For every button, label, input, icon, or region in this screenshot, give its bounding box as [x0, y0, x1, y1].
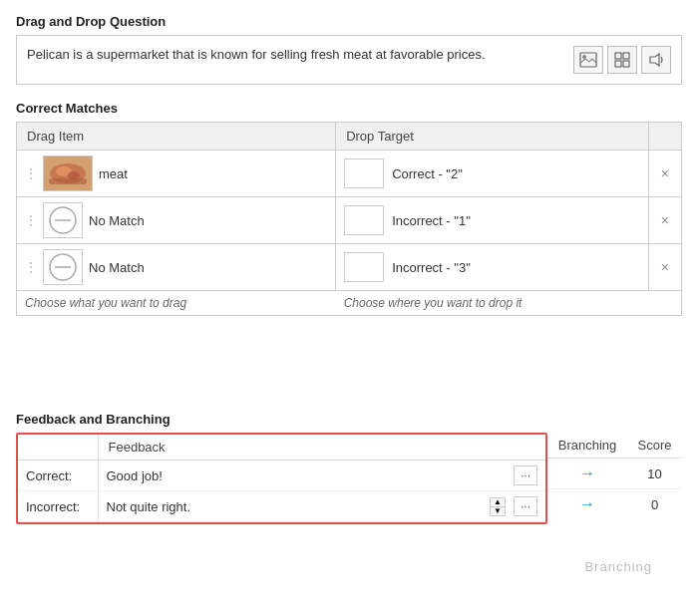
incorrect-options-button[interactable]: ···: [514, 496, 537, 516]
incorrect-feedback-cell: Not quite right. ▲ ▼ ···: [98, 491, 545, 522]
drag-handle-icon[interactable]: ⋮: [25, 213, 37, 227]
drop-box-2[interactable]: [344, 205, 384, 235]
section-drag-drop: Drag and Drop Question Pelican is a supe…: [16, 14, 682, 316]
svg-marker-6: [650, 54, 659, 66]
feedback-table-wrap: Feedback Correct: Good job! ···: [16, 433, 547, 524]
incorrect-feedback-row: Incorrect: Not quite right. ▲ ▼ ···: [18, 491, 545, 522]
drag-label-nomatch-2: No Match: [89, 260, 145, 275]
media-buttons-group: [573, 46, 671, 74]
increase-button[interactable]: ▲: [490, 497, 506, 507]
incorrect-branching-row: → 0: [547, 489, 682, 519]
no-match-circle-icon: [48, 205, 78, 235]
question-text: Pelican is a supermarket that is known f…: [27, 46, 565, 64]
correct-feedback-cell: Good job! ···: [98, 461, 545, 491]
branching-header: Branching: [547, 438, 627, 453]
grid-button[interactable]: [607, 46, 637, 74]
correct-matches-section: Correct Matches Drag Item Drop Target ⋮: [16, 101, 682, 316]
branching-watermark: Branching: [584, 559, 652, 574]
audio-icon: [648, 52, 664, 68]
drag-item-cell: ⋮ No Match: [25, 249, 327, 285]
grid-icon: [614, 52, 630, 68]
feedback-branching-title: Feedback and Branching: [16, 412, 682, 427]
incorrect-feedback-content: Not quite right. ▲ ▼ ···: [107, 496, 538, 516]
choose-hints-row: Choose what you want to drag Choose wher…: [17, 291, 682, 316]
correct-feedback-content: Good job! ···: [107, 465, 538, 485]
choose-drop-hint: Choose where you want to drop it: [336, 291, 682, 316]
no-match-circle-icon-2: [48, 252, 78, 282]
incorrect-feedback-text: Not quite right.: [107, 499, 491, 514]
correct-score: 10: [627, 466, 682, 481]
svg-rect-2: [615, 53, 621, 59]
meat-image[interactable]: [43, 155, 93, 191]
svg-point-1: [582, 55, 586, 59]
drag-label-meat: meat: [99, 166, 128, 181]
delete-row-1-button[interactable]: ×: [657, 163, 673, 183]
drop-box-1[interactable]: [344, 158, 384, 188]
table-row: ⋮ No Match: [17, 244, 682, 291]
correct-label: Correct:: [18, 461, 98, 491]
incorrect-label: Incorrect:: [18, 491, 98, 522]
svg-rect-5: [623, 61, 629, 67]
feedback-table: Feedback Correct: Good job! ···: [18, 435, 545, 522]
drag-label-nomatch-1: No Match: [89, 213, 145, 228]
meat-thumbnail: [44, 156, 92, 190]
correct-options-button[interactable]: ···: [514, 465, 537, 485]
no-match-icon-1: [43, 202, 83, 238]
svg-rect-3: [623, 53, 629, 59]
incorrect-score: 0: [627, 497, 682, 512]
choose-drag-hint: Choose what you want to drag: [17, 291, 336, 316]
matches-table: Drag Item Drop Target ⋮: [16, 122, 682, 316]
delete-row-2-button[interactable]: ×: [657, 210, 673, 230]
drag-drop-title: Drag and Drop Question: [16, 14, 682, 29]
table-row: ⋮ No Match: [17, 197, 682, 244]
no-match-icon-2: [43, 249, 83, 285]
correct-branching-row: → 10: [547, 459, 682, 489]
drop-target-cell: Incorrect - "1": [344, 205, 640, 235]
svg-rect-11: [49, 178, 87, 184]
drag-handle-icon[interactable]: ⋮: [25, 166, 37, 180]
feedback-header-row: Feedback: [18, 435, 545, 461]
drop-label-2: Incorrect - "1": [392, 213, 471, 228]
delete-row-3-button[interactable]: ×: [657, 257, 673, 277]
drop-target-cell: Incorrect - "3": [344, 252, 640, 282]
svg-rect-4: [615, 61, 621, 67]
drag-item-cell: ⋮ meat: [25, 155, 327, 191]
drag-item-header: Drag Item: [17, 123, 336, 151]
drop-box-3[interactable]: [344, 252, 384, 282]
feedback-col-header: Feedback: [98, 435, 545, 461]
drop-target-header: Drop Target: [336, 123, 649, 151]
score-header: Score: [627, 438, 682, 453]
branching-score-panel: Branching Score → 10 → 0: [547, 433, 682, 524]
correct-feedback-row: Correct: Good job! ···: [18, 461, 545, 491]
drop-label-3: Incorrect - "3": [392, 260, 471, 275]
incorrect-branching-arrow[interactable]: →: [579, 495, 595, 512]
image-button[interactable]: [573, 46, 603, 74]
drag-handle-icon[interactable]: ⋮: [25, 260, 37, 274]
drop-label-1: Correct - "2": [392, 166, 463, 181]
branching-watermark-area: Branching: [16, 524, 682, 584]
svg-point-10: [68, 171, 80, 179]
audio-button[interactable]: [641, 46, 671, 74]
decrease-button[interactable]: ▼: [490, 507, 506, 516]
question-box: Pelican is a supermarket that is known f…: [16, 35, 682, 85]
correct-feedback-text: Good job!: [107, 468, 508, 483]
correct-matches-title: Correct Matches: [16, 101, 682, 116]
feedback-label-header: [18, 435, 98, 461]
empty-space: [16, 332, 682, 392]
feedback-branching-section: Feedback and Branching Feedback Correct:: [16, 412, 682, 584]
correct-branching-arrow[interactable]: →: [579, 464, 595, 481]
drop-target-cell: Correct - "2": [344, 158, 640, 188]
drag-item-cell: ⋮ No Match: [25, 202, 327, 238]
table-row: ⋮ meat: [17, 151, 682, 197]
image-icon: [579, 52, 597, 68]
